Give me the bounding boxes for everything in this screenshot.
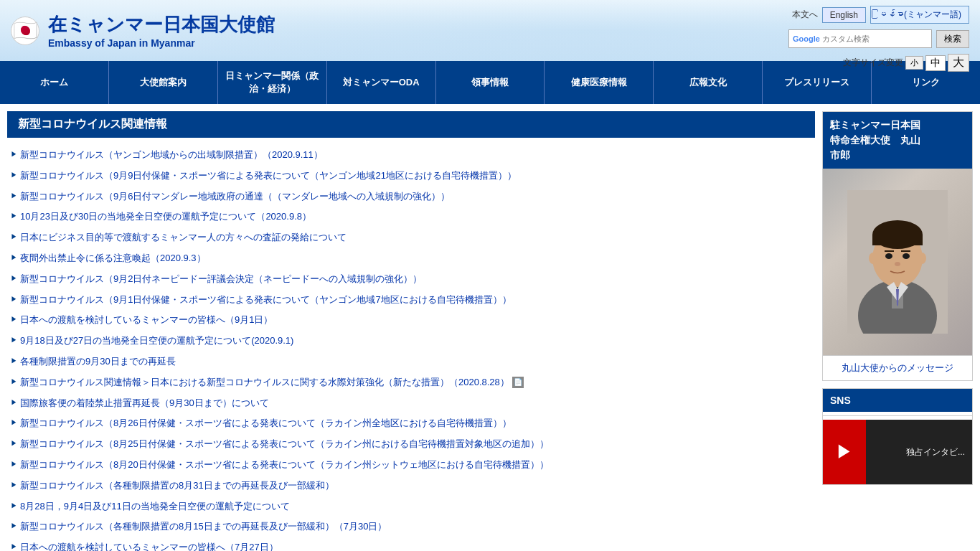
news-link[interactable]: 新型コロナウイルス関連情報＞日本における新型コロナウイルスに関する水際対策強化（… <box>20 375 524 390</box>
news-link[interactable]: 日本への渡航を検討しているミャンマーの皆様へ（7月27日） <box>20 540 278 551</box>
sns-title: SNS <box>823 389 972 412</box>
ambassador-box: 駐ミャンマー日本国 特命全権大使 丸山 市郎 <box>822 111 973 381</box>
news-list-item: 新型コロナウイルス（9月9日付保健・スポーツ省による発表について（ヤンゴン地域2… <box>11 166 811 187</box>
news-list-item: 新型コロナウイルス関連情報＞日本における新型コロナウイルスに関する水際対策強化（… <box>11 372 811 393</box>
news-link[interactable]: 新型コロナウイルス（9月9日付保健・スポーツ省による発表について（ヤンゴン地域2… <box>20 169 517 184</box>
news-link[interactable]: 新型コロナウイルス（各種制限措置の8月31日までの再延長及び一部緩和） <box>20 479 334 494</box>
news-list: 新型コロナウイルス（ヤンゴン地域からの出域制限措置）（2020.9.11）新型コ… <box>7 145 815 551</box>
svg-rect-6 <box>872 235 923 245</box>
news-link[interactable]: 各種制限措置の9月30日までの再延長 <box>20 354 176 369</box>
english-lang-button[interactable]: English <box>822 7 866 23</box>
fontsize-large-button[interactable]: 大 <box>948 54 969 72</box>
news-link[interactable]: 新型コロナウイルス（8月26日付保健・スポーツ省による発表について（ラカイン州全… <box>20 416 512 431</box>
news-list-item: 新型コロナウイルス（9月2日付ネーピードー評議会決定（ネーピードーへの入域規制の… <box>11 269 811 290</box>
sns-box: SNS ▶ 独占インタビ... <box>822 388 973 485</box>
logo-area: 🇯🇵 在ミャンマー日本国大使館 Embassy of Japan in Myan… <box>11 12 275 49</box>
news-link[interactable]: 新型コロナウイルス（9月1日付保健・スポーツ省による発表について（ヤンゴン地域7… <box>20 293 512 308</box>
honbun-link[interactable]: 本文へ <box>792 9 818 21</box>
sns-video[interactable]: ▶ 独占インタビ... <box>823 420 972 484</box>
svg-point-8 <box>903 253 910 259</box>
sns-separator <box>823 415 972 416</box>
news-link[interactable]: 9月18日及び27日の当地発全日空便の運航予定について(2020.9.1) <box>20 334 293 349</box>
search-row: Google 検索 <box>788 29 969 48</box>
news-link[interactable]: 新型コロナウイルス（8月25日付保健・スポーツ省による発表について（ラカイン州に… <box>20 437 549 452</box>
nav-home[interactable]: ホーム <box>0 61 109 104</box>
flag-icon: 🇯🇵 <box>11 17 39 45</box>
news-list-item: 新型コロナウイルス（各種制限措置の8月31日までの再延長及び一部緩和） <box>11 476 811 496</box>
nav-consular[interactable]: 領事情報 <box>436 61 545 104</box>
news-list-item: 8月28日，9月4日及び11日の当地発全日空便の運航予定について <box>11 496 811 517</box>
video-play-button[interactable]: ▶ <box>823 420 866 484</box>
ambassador-message-link[interactable]: 丸山大使からのメッセージ <box>823 355 972 380</box>
language-row: 本文へ English မြန်မာ(ミャンマー語) <box>792 6 969 24</box>
site-title: 在ミャンマー日本国大使館 Embassy of Japan in Myanmar <box>48 12 275 49</box>
fontsize-label: 文字サイズ変更 <box>843 57 903 69</box>
ambassador-title: 駐ミャンマー日本国 特命全権大使 丸山 市郎 <box>823 112 972 169</box>
svg-point-7 <box>885 253 892 259</box>
attachment-icon: 📄 <box>512 377 524 388</box>
nav-relations[interactable]: 日ミャンマー関係（政治・経済） <box>218 61 327 104</box>
site-title-english: Embassy of Japan in Myanmar <box>48 37 275 49</box>
news-link[interactable]: 新型コロナウイルス（8月20日付保健・スポーツ省による発表について（ラカイン州シ… <box>20 458 549 473</box>
nav-health[interactable]: 健康医療情報 <box>545 61 654 104</box>
fontsize-row: 文字サイズ変更 小 中 大 <box>843 54 969 72</box>
play-icon: ▶ <box>836 441 853 463</box>
news-list-item: 日本への渡航を検討しているミャンマーの皆様へ（9月1日） <box>11 310 811 331</box>
search-box: Google <box>788 29 932 48</box>
news-list-item: 日本への渡航を検討しているミャンマーの皆様へ（7月27日） <box>11 537 811 551</box>
news-list-item: 新型コロナウイルス（ヤンゴン地域からの出域制限措置）（2020.9.11） <box>11 145 811 166</box>
news-link[interactable]: 新型コロナウイルス（9月2日付ネーピードー評議会決定（ネーピードーへの入域規制の… <box>20 272 422 287</box>
news-link[interactable]: 8月28日，9月4日及び11日の当地発全日空便の運航予定について <box>20 499 290 514</box>
nav-oda[interactable]: 対ミャンマーODA <box>327 61 436 104</box>
main-content: 新型コロナウイルス関連情報 新型コロナウイルス（ヤンゴン地域からの出域制限措置）… <box>7 111 815 551</box>
news-list-item: 新型コロナウイルス（9月1日付保健・スポーツ省による発表について（ヤンゴン地域7… <box>11 290 811 311</box>
site-header: 🇯🇵 在ミャンマー日本国大使館 Embassy of Japan in Myan… <box>0 0 980 61</box>
news-link[interactable]: 日本にビジネス目的等で渡航するミャンマー人の方々への査証の発給について <box>20 230 347 245</box>
news-link[interactable]: 日本への渡航を検討しているミャンマーの皆様へ（9月1日） <box>20 313 273 328</box>
svg-point-13 <box>918 253 926 264</box>
search-button[interactable]: 検索 <box>936 30 969 48</box>
news-list-item: 9月18日及び27日の当地発全日空便の運航予定について(2020.9.1) <box>11 331 811 352</box>
fontsize-mid-button[interactable]: 中 <box>925 55 946 71</box>
ambassador-photo <box>823 169 972 355</box>
news-list-item: 各種制限措置の9月30日までの再延長 <box>11 352 811 372</box>
news-link[interactable]: 夜間外出禁止令に係る注意喚起（2020.9.3） <box>20 251 206 266</box>
news-list-item: 国際旅客便の着陸禁止措置再延長（9月30日まで）について <box>11 393 811 414</box>
search-input[interactable] <box>822 34 928 43</box>
nav-culture[interactable]: 広報文化 <box>654 61 763 104</box>
svg-point-11 <box>895 262 900 266</box>
news-list-item: 新型コロナウイルス（9月6日付マンダレー地域政府の通達（（マンダレー地域への入域… <box>11 187 811 207</box>
news-link[interactable]: 新型コロナウイルス（ヤンゴン地域からの出域制限措置）（2020.9.11） <box>20 148 323 163</box>
news-link[interactable]: 10月23日及び30日の当地発全日空便の運航予定について（2020.9.8） <box>20 209 311 225</box>
news-link[interactable]: 新型コロナウイルス（各種制限措置の8月15日までの再延長及び一部緩和）（7月30… <box>20 519 387 534</box>
news-list-item: 新型コロナウイルス（各種制限措置の8月15日までの再延長及び一部緩和）（7月30… <box>11 517 811 537</box>
video-label: 独占インタビ... <box>906 446 965 458</box>
news-list-item: 夜間外出禁止令に係る注意喚起（2020.9.3） <box>11 248 811 269</box>
content-wrapper: 新型コロナウイルス関連情報 新型コロナウイルス（ヤンゴン地域からの出域制限措置）… <box>0 104 980 551</box>
news-link[interactable]: 国際旅客便の着陸禁止措置再延長（9月30日まで）について <box>20 396 269 411</box>
google-label: Google <box>793 34 820 43</box>
news-list-item: 日本にビジネス目的等で渡航するミャンマー人の方々への査証の発給について <box>11 227 811 248</box>
news-list-item: 10月23日及び30日の当地発全日空便の運航予定について（2020.9.8） <box>11 207 811 227</box>
news-list-item: 新型コロナウイルス（8月20日付保健・スポーツ省による発表について（ラカイン州シ… <box>11 455 811 476</box>
page-title: 新型コロナウイルス関連情報 <box>7 111 815 138</box>
nav-embassy-info[interactable]: 大使館案内 <box>109 61 218 104</box>
svg-point-12 <box>869 253 877 264</box>
site-title-japanese: 在ミャンマー日本国大使館 <box>48 12 275 37</box>
news-list-item: 新型コロナウイルス（8月25日付保健・スポーツ省による発表について（ラカイン州に… <box>11 434 811 455</box>
news-link[interactable]: 新型コロナウイルス（9月6日付マンダレー地域政府の通達（（マンダレー地域への入域… <box>20 189 450 204</box>
fontsize-small-button[interactable]: 小 <box>905 56 923 70</box>
myanmar-lang-button[interactable]: မြန်မာ(ミャンマー語) <box>870 6 969 24</box>
header-right: 本文へ English မြန်မာ(ミャンマー語) Google 検索 文字サ… <box>788 6 969 72</box>
news-list-item: 新型コロナウイルス（8月26日付保健・スポーツ省による発表について（ラカイン州全… <box>11 413 811 434</box>
sidebar: 駐ミャンマー日本国 特命全権大使 丸山 市郎 <box>822 111 973 551</box>
